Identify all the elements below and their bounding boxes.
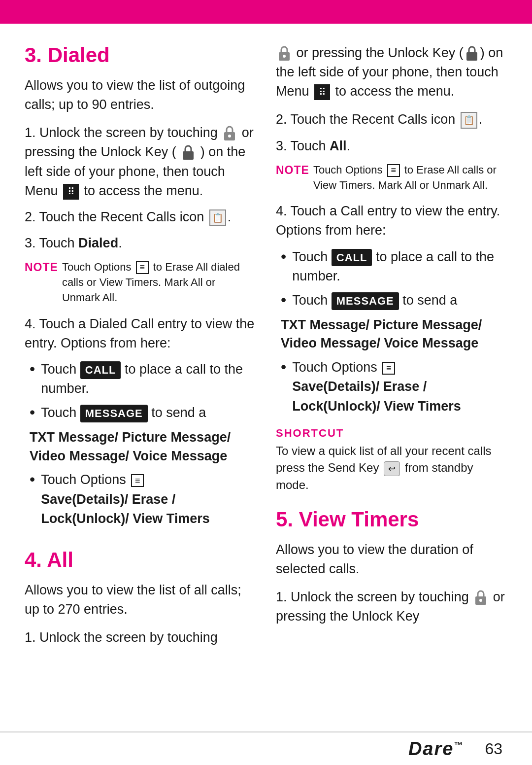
section-5-description: Allows you to view the duration of selec… [276, 540, 507, 579]
note-label-r: NOTE [276, 164, 309, 177]
shortcut-block: SHORTCUT To view a quick list of all you… [276, 427, 507, 494]
section-3-description: Allows you to view the list of outgoing … [25, 76, 256, 114]
brand-logo: Dare™ [408, 738, 465, 760]
options-icon-r-bullet [382, 362, 395, 375]
right-bullet-options: • Touch Options Save(Details)/ Erase /Lo… [281, 358, 507, 416]
lock-icon-r [277, 45, 292, 62]
message-btn-r: MESSAGE [332, 292, 399, 310]
section-3-heading: 3. Dialed [25, 43, 256, 67]
lock-icon-s5 [473, 590, 488, 606]
section-4-heading: 4. All [25, 548, 256, 572]
right-column: or pressing the Unlock Key ( ) on the le… [276, 43, 507, 654]
section-4-description: Allows you to view the list of all calls… [25, 581, 256, 619]
svg-rect-2 [183, 151, 194, 160]
step-1: 1. Unlock the screen by touching or pres… [25, 123, 256, 201]
svg-point-4 [283, 55, 286, 58]
right-bullet-message: • Touch MESSAGE to send a [281, 291, 507, 311]
left-column: 3. Dialed Allows you to view the list of… [25, 43, 256, 654]
right-step-3: 3. Touch All. [276, 137, 507, 156]
shortcut-text: To view a quick list of all your recent … [276, 443, 507, 494]
options-icon-note-r [387, 164, 400, 177]
bullet-message: • Touch MESSAGE to send a [30, 403, 256, 423]
bullet-options: • Touch Options Save(Details)/ Erase /Lo… [30, 470, 256, 528]
note-label: NOTE [25, 261, 58, 274]
right-step-2: 2. Touch the Recent Calls icon . [276, 110, 507, 129]
svg-rect-5 [466, 52, 477, 61]
section-3: 3. Dialed Allows you to view the list of… [25, 43, 256, 528]
bullet-call: • Touch CALL to place a call to the numb… [30, 360, 256, 398]
section-4: 4. All Allows you to view the list of al… [25, 548, 256, 647]
recent-calls-icon-r [461, 112, 477, 129]
svg-point-7 [479, 599, 482, 602]
unlock-key-icon-r [465, 45, 479, 62]
options-icon-bullet [131, 474, 144, 487]
right-bullet-call: • Touch CALL to place a call to the numb… [281, 247, 507, 286]
step-4: 4. Touch a Dialed Call entry to view the… [25, 314, 256, 353]
note-text-r: Touch Options to Erase All calls or View… [313, 163, 507, 193]
step-1-num: 1. Unlock the screen by touching or pres… [25, 125, 254, 198]
note-text: Touch Options to Erase All dialed calls … [62, 260, 256, 305]
menu-icon-r [314, 84, 330, 100]
trademark: ™ [454, 740, 464, 750]
note-all: NOTE Touch Options to Erase All calls or… [276, 163, 507, 193]
right-step-4: 4. Touch a Call entry to view the entry.… [276, 202, 507, 240]
unlock-key-icon [181, 144, 196, 161]
right-txt-bold: TXT Message/ Picture Message/ Video Mess… [281, 316, 507, 353]
call-button-label: CALL [80, 361, 121, 379]
section-5-step-1: 1. Unlock the screen by touching or pres… [276, 588, 507, 626]
step-3: 3. Touch Dialed. [25, 234, 256, 253]
txt-options-bold: TXT Message/ Picture Message/ Video Mess… [30, 428, 256, 466]
options-icon-note [136, 261, 149, 274]
section-5: 5. View Timers Allows you to view the du… [276, 508, 507, 626]
note-dialed: NOTE Touch Options to Erase All dialed c… [25, 260, 256, 305]
top-bar [0, 0, 532, 24]
page-number: 63 [485, 740, 502, 758]
section-4-step-1: 1. Unlock the screen by touching [25, 628, 256, 647]
footer: Dare™ 63 [0, 731, 532, 765]
section-5-heading: 5. View Timers [276, 508, 507, 531]
shortcut-label: SHORTCUT [276, 427, 507, 440]
menu-icon [63, 184, 79, 200]
step-2: 2. Touch the Recent Calls icon . [25, 208, 256, 227]
send-key-icon: ↩ [384, 461, 400, 476]
message-button-label: MESSAGE [80, 405, 148, 422]
call-btn-r: CALL [332, 249, 372, 267]
lock-icon [222, 125, 237, 142]
svg-point-1 [228, 135, 231, 138]
recent-calls-icon [209, 209, 226, 226]
section-4-step-1-cont: or pressing the Unlock Key ( ) on the le… [276, 43, 507, 101]
